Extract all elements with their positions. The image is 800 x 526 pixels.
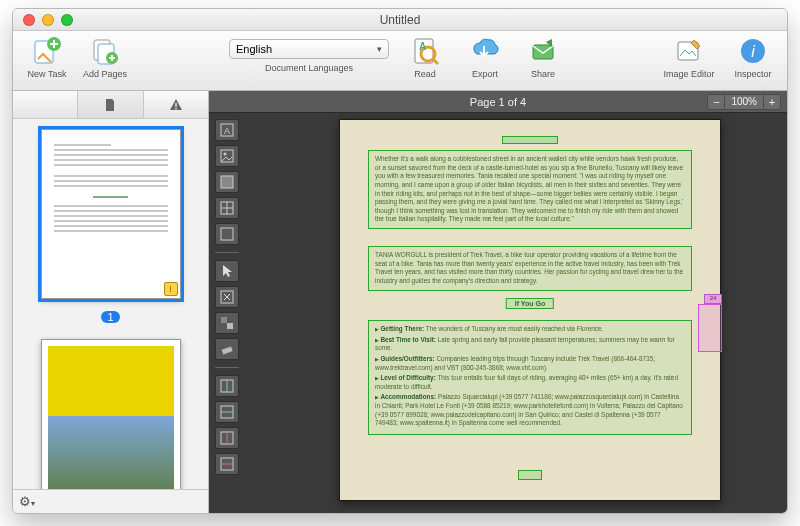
svg-point-17 xyxy=(224,153,227,156)
content-area: ! 1 ! 2 ⚙︎▾ Page 1 of 4 xyxy=(13,91,787,513)
share-button[interactable]: Share xyxy=(517,35,569,79)
thumbnail-warning-badge: ! xyxy=(164,282,178,296)
read-icon: A xyxy=(409,35,441,67)
svg-rect-18 xyxy=(221,176,233,188)
warning-icon xyxy=(169,98,183,111)
gear-icon[interactable]: ⚙︎▾ xyxy=(19,494,35,509)
share-label: Share xyxy=(531,69,555,79)
export-label: Export xyxy=(472,69,498,79)
thumbnail-1[interactable]: ! 1 xyxy=(41,129,181,325)
svg-rect-13 xyxy=(175,108,176,109)
export-button[interactable]: Export xyxy=(459,35,511,79)
main-viewer: Page 1 of 4 − 100% + A xyxy=(209,91,787,513)
tool-pointer[interactable] xyxy=(215,260,239,282)
thumbnail-1-number: 1 xyxy=(101,311,119,323)
tool-text-area[interactable]: A xyxy=(215,119,239,141)
canvas[interactable]: A xyxy=(209,113,787,513)
sidebar-status-bar: ⚙︎▾ xyxy=(13,489,208,513)
area-tools: A xyxy=(215,119,239,475)
toolbar: New Task Add Pages English ▾ Document La… xyxy=(13,31,787,91)
minimize-window-button[interactable] xyxy=(42,14,54,26)
tool-table-area[interactable] xyxy=(215,197,239,219)
tool-order[interactable] xyxy=(215,312,239,334)
tool-remove-hline[interactable] xyxy=(215,453,239,475)
add-pages-button[interactable]: Add Pages xyxy=(79,35,131,79)
zoom-window-button[interactable] xyxy=(61,14,73,26)
tool-add-hline[interactable] xyxy=(215,401,239,423)
region-header-mark[interactable] xyxy=(502,136,558,144)
region-side-label[interactable]: 24 xyxy=(704,294,722,304)
svg-rect-23 xyxy=(227,323,233,329)
tool-eraser[interactable] xyxy=(215,338,239,360)
bullet-label: Best Time to Visit: xyxy=(380,336,436,343)
svg-rect-8 xyxy=(533,45,553,59)
para2-text: TANIA WORGULL is president of Trek Trave… xyxy=(375,251,683,284)
tool-background-area[interactable] xyxy=(215,171,239,193)
region-text-3[interactable]: Getting There: The wonders of Tuscany ar… xyxy=(368,320,692,435)
add-pages-label: Add Pages xyxy=(83,69,127,79)
share-icon xyxy=(527,35,559,67)
sidebar-tab-warnings[interactable] xyxy=(144,91,208,118)
tool-delete-area[interactable] xyxy=(215,286,239,308)
tool-separator xyxy=(215,252,239,253)
language-select[interactable]: English ▾ xyxy=(229,39,389,59)
zoom-out-button[interactable]: − xyxy=(707,94,725,110)
export-icon xyxy=(469,35,501,67)
image-editor-icon xyxy=(673,35,705,67)
app-window: Untitled New Task Add Pages English ▾ xyxy=(12,8,788,514)
sidebar-tab-pages[interactable] xyxy=(78,91,143,118)
new-task-icon xyxy=(31,35,63,67)
document-page[interactable]: Whether it's a walk along a cobblestoned… xyxy=(339,119,721,501)
sidebar-tabs xyxy=(13,91,208,119)
region-footer-mark[interactable] xyxy=(518,470,542,480)
stamp-text: If You Go xyxy=(515,300,545,307)
sidebar-tab-blank[interactable] xyxy=(13,91,78,118)
region-text-2[interactable]: TANIA WORGULL is president of Trek Trave… xyxy=(368,246,692,291)
read-label: Read xyxy=(414,69,436,79)
close-window-button[interactable] xyxy=(23,14,35,26)
tool-remove-vline[interactable] xyxy=(215,427,239,449)
tool-barcode-area[interactable] xyxy=(215,223,239,245)
svg-text:i: i xyxy=(751,43,755,60)
svg-rect-20 xyxy=(221,228,233,240)
region-picture-side[interactable] xyxy=(698,304,722,352)
svg-text:A: A xyxy=(224,126,230,136)
bullet-label: Guides/Outfitters: xyxy=(380,355,434,362)
tool-picture-area[interactable] xyxy=(215,145,239,167)
svg-rect-24 xyxy=(222,346,233,354)
zoom-controls: − 100% + xyxy=(707,94,781,110)
bullet-label: Getting There: xyxy=(380,325,424,332)
inspector-label: Inspector xyxy=(734,69,771,79)
inspector-button[interactable]: i Inspector xyxy=(727,35,779,79)
window-controls xyxy=(13,14,73,26)
thumbnail-list: ! 1 ! 2 xyxy=(13,119,208,489)
new-task-button[interactable]: New Task xyxy=(21,35,73,79)
bullet-label: Accommodations: xyxy=(380,393,436,400)
tool-add-vline[interactable] xyxy=(215,375,239,397)
add-pages-icon xyxy=(89,35,121,67)
window-title: Untitled xyxy=(13,13,787,27)
svg-rect-12 xyxy=(175,103,176,107)
zoom-level[interactable]: 100% xyxy=(725,94,763,110)
bullet-label: Level of Difficulty: xyxy=(380,374,435,381)
tool-separator xyxy=(215,367,239,368)
inspector-icon: i xyxy=(737,35,769,67)
new-task-label: New Task xyxy=(28,69,67,79)
svg-rect-22 xyxy=(221,317,227,323)
sidebar: ! 1 ! 2 ⚙︎▾ xyxy=(13,91,209,513)
page-icon xyxy=(104,98,116,112)
image-editor-label: Image Editor xyxy=(663,69,714,79)
read-button[interactable]: A Read xyxy=(399,35,451,79)
region-text-1[interactable]: Whether it's a walk along a cobblestoned… xyxy=(368,150,692,229)
page-header: Page 1 of 4 − 100% + xyxy=(209,91,787,113)
chevron-down-icon: ▾ xyxy=(377,44,382,54)
zoom-in-button[interactable]: + xyxy=(763,94,781,110)
language-value: English xyxy=(236,43,272,55)
svg-text:A: A xyxy=(419,41,426,52)
titlebar: Untitled xyxy=(13,9,787,31)
page-indicator: Page 1 of 4 xyxy=(470,96,526,108)
region-stamp[interactable]: If You Go xyxy=(506,298,554,309)
para1-text: Whether it's a walk along a cobblestoned… xyxy=(375,155,683,222)
thumbnail-2[interactable]: ! 2 xyxy=(41,339,181,489)
image-editor-button[interactable]: Image Editor xyxy=(657,35,721,79)
